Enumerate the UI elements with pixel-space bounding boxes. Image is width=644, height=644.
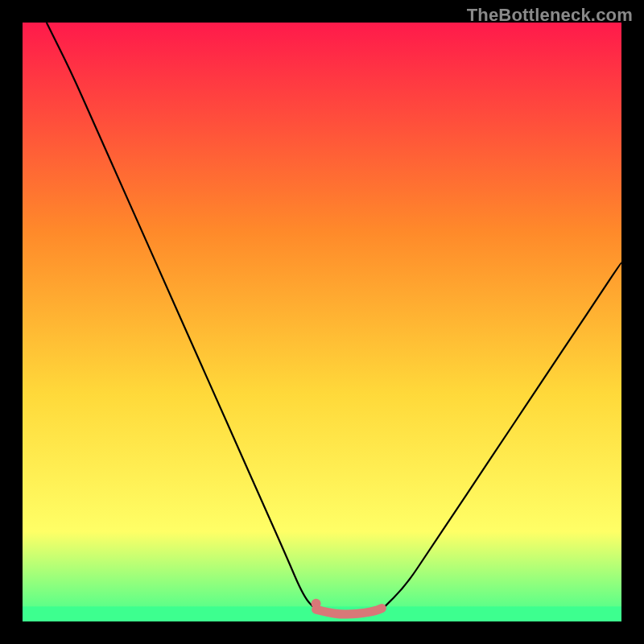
gradient-background: [23, 23, 621, 621]
bottleneck-chart: [23, 23, 621, 621]
watermark-text: TheBottleneck.com: [467, 5, 633, 26]
valley-dot-marker: [312, 599, 321, 609]
